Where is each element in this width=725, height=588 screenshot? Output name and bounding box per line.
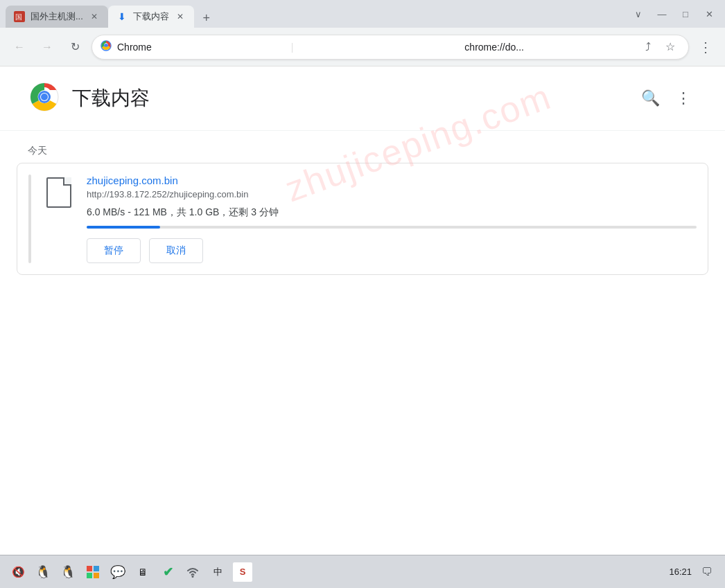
- download-actions: 暂停 取消: [87, 238, 697, 263]
- progress-bar-container: [87, 226, 697, 229]
- input-method-icon[interactable]: S: [233, 562, 252, 582]
- device-icon[interactable]: 🖥: [133, 562, 152, 582]
- tab1-label: 国外主机测...: [30, 10, 83, 23]
- address-bar: ← → ↻ Chrome | chrome://do... ⤴ ☆ ⋮: [0, 28, 725, 66]
- svg-rect-10: [87, 573, 92, 578]
- page-content: 下载内容 🔍 ⋮ zhujiceping.com 今天 zhujiceping.…: [0, 66, 725, 555]
- titlebar-controls: ∨ — □ ✕: [628, 3, 719, 24]
- tab1-close-btn[interactable]: ✕: [89, 11, 100, 22]
- reload-button[interactable]: ↻: [64, 36, 86, 58]
- close-button[interactable]: ✕: [699, 3, 719, 24]
- search-button[interactable]: 🔍: [636, 84, 664, 112]
- qq1-icon[interactable]: 🐧: [33, 562, 53, 582]
- tab2-close-btn[interactable]: ✕: [175, 11, 186, 22]
- svg-rect-11: [94, 573, 99, 578]
- wechat-icon[interactable]: 💬: [108, 562, 128, 582]
- share-button[interactable]: ⤴: [638, 37, 658, 57]
- section-today: 今天: [0, 131, 725, 163]
- chevron-down-btn[interactable]: ∨: [628, 3, 649, 24]
- new-tab-button[interactable]: +: [197, 8, 216, 28]
- pause-button[interactable]: 暂停: [87, 238, 141, 263]
- chrome-url-icon: [101, 40, 112, 53]
- taskbar: 🔇 🐧 🐧 💬 🖥 ✔ 中 S 16:21 🗨: [0, 555, 725, 588]
- svg-rect-9: [94, 566, 99, 571]
- bookmark-button[interactable]: ☆: [661, 37, 680, 57]
- page-header: 下载内容 🔍 ⋮: [0, 66, 725, 131]
- file-icon: [46, 177, 71, 208]
- volume-icon[interactable]: 🔇: [8, 562, 28, 582]
- page-title-area: 下载内容: [28, 80, 150, 116]
- download-info: zhujiceping.com.bin http://193.8.172.252…: [87, 175, 697, 263]
- wifi-icon[interactable]: [183, 562, 202, 582]
- url-brand: Chrome: [117, 42, 286, 53]
- tab1-favicon: 国: [14, 11, 25, 22]
- tab-strip: 国 国外主机测... ✕ ⬇ 下载内容 ✕ +: [6, 0, 628, 28]
- url-path: chrome://do...: [464, 42, 633, 53]
- forward-button[interactable]: →: [36, 36, 58, 58]
- download-status: 6.0 MB/s - 121 MB，共 1.0 GB，还剩 3 分钟: [87, 206, 697, 219]
- svg-rect-8: [87, 566, 92, 571]
- maximize-button[interactable]: □: [675, 3, 696, 24]
- download-url: http://193.8.172.252/zhujiceping.com.bin: [87, 189, 697, 199]
- tab2-label: 下载内容: [133, 10, 169, 23]
- svg-point-12: [192, 576, 194, 578]
- check-icon[interactable]: ✔: [158, 562, 177, 582]
- page-title: 下载内容: [72, 85, 150, 112]
- url-separator: |: [291, 42, 460, 53]
- qq2-icon[interactable]: 🐧: [58, 562, 78, 582]
- progress-bar-fill: [87, 226, 160, 229]
- url-bar[interactable]: Chrome | chrome://do... ⤴ ☆: [91, 35, 689, 60]
- more-options-button[interactable]: ⋮: [670, 84, 697, 112]
- notification-button[interactable]: 🗨: [697, 562, 717, 582]
- minimize-button[interactable]: —: [652, 3, 672, 24]
- tab-1[interactable]: 国 国外主机测... ✕: [6, 6, 108, 28]
- titlebar: 国 国外主机测... ✕ ⬇ 下载内容 ✕ + ∨ — □ ✕: [0, 0, 725, 28]
- card-divider: [28, 175, 31, 263]
- cancel-button[interactable]: 取消: [149, 238, 203, 263]
- file-icon-area: [42, 175, 76, 208]
- download-filename-link[interactable]: zhujiceping.com.bin: [87, 175, 697, 186]
- tab2-download-icon: ⬇: [116, 11, 128, 22]
- header-actions: 🔍 ⋮: [636, 84, 697, 112]
- svg-point-7: [41, 93, 48, 100]
- tab-2[interactable]: ⬇ 下载内容 ✕: [108, 6, 194, 28]
- url-actions: ⤴ ☆: [638, 37, 680, 57]
- taskbar-time: 16:21: [669, 567, 692, 577]
- tiles-icon[interactable]: [83, 562, 103, 582]
- language-icon[interactable]: 中: [208, 562, 227, 582]
- download-card: zhujiceping.com.bin http://193.8.172.252…: [17, 163, 708, 275]
- back-button[interactable]: ←: [8, 36, 30, 58]
- svg-text:国: 国: [15, 13, 22, 21]
- browser-menu-button[interactable]: ⋮: [695, 36, 717, 58]
- chrome-logo: [28, 80, 61, 116]
